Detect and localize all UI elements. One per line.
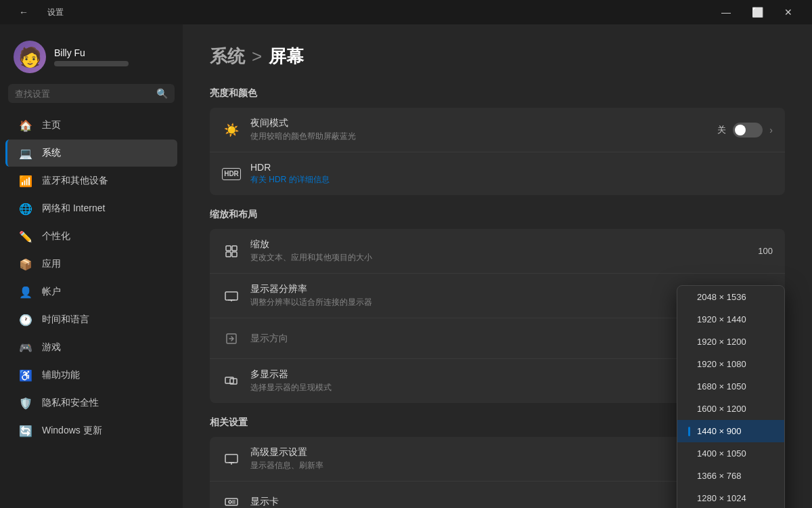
- resolution-option[interactable]: 1920 × 1440: [677, 308, 784, 331]
- scale-subtitle: 更改文本、应用和其他项目的大小: [250, 252, 748, 263]
- privacy-icon: 🛡️: [19, 396, 32, 410]
- close-button[interactable]: ✕: [773, 0, 804, 24]
- selected-indicator: [688, 427, 690, 436]
- sidebar-label-accessibility: 辅助功能: [42, 369, 80, 381]
- minimize-button[interactable]: —: [710, 0, 742, 24]
- svg-point-14: [229, 501, 231, 503]
- section-scale-title: 缩放和布局: [210, 209, 785, 221]
- section-brightness-title: 亮度和颜色: [210, 87, 785, 100]
- sidebar-label-bluetooth: 蓝牙和其他设备: [42, 175, 108, 187]
- user-info: Billy Fu: [54, 47, 129, 66]
- resolution-option[interactable]: 2048 × 1536: [677, 286, 784, 308]
- sidebar-label-privacy: 隐私和安全性: [42, 397, 99, 409]
- user-name: Billy Fu: [54, 47, 129, 58]
- night-mode-row: ☀️ 夜间模式 使用较暗的颜色帮助屏蔽蓝光 关 ›: [210, 108, 785, 152]
- sidebar-item-system[interactable]: 💻 系统: [5, 140, 177, 167]
- hdr-subtitle[interactable]: 有关 HDR 的详细信息: [250, 174, 773, 186]
- maximize-button[interactable]: ⬜: [742, 0, 773, 24]
- sidebar: 🧑 Billy Fu 🔍 🏠 主页 💻 系统 📶 蓝牙和其他设备 🌐 网络和 I…: [0, 24, 183, 508]
- night-mode-text: 夜间模式 使用较暗的颜色帮助屏蔽蓝光: [250, 117, 708, 142]
- network-icon: 🌐: [19, 202, 32, 215]
- accounts-icon: 👤: [19, 285, 32, 299]
- user-section: 🧑 Billy Fu: [0, 35, 183, 84]
- system-icon: 💻: [19, 146, 32, 160]
- resolution-option[interactable]: 1680 × 1050: [677, 375, 784, 398]
- sidebar-label-accounts: 帐户: [42, 286, 61, 298]
- sidebar-item-apps[interactable]: 📦 应用: [5, 251, 177, 278]
- sidebar-item-accessibility[interactable]: ♿ 辅助功能: [5, 362, 177, 389]
- resolution-option[interactable]: 1920 × 1080: [677, 353, 784, 375]
- breadcrumb-separator: >: [252, 46, 262, 67]
- svg-rect-1: [232, 246, 237, 251]
- back-button[interactable]: ←: [8, 0, 39, 24]
- scale-value: 100: [758, 246, 773, 256]
- search-icon: 🔍: [156, 88, 168, 99]
- resolution-option[interactable]: 1600 × 1200: [677, 398, 784, 420]
- games-icon: 🎮: [19, 341, 32, 354]
- titlebar: ← 设置 — ⬜ ✕: [0, 0, 812, 24]
- search-box[interactable]: 🔍: [8, 84, 175, 103]
- toggle-knob: [735, 125, 746, 135]
- bluetooth-icon: 📶: [19, 174, 32, 188]
- sidebar-label-network: 网络和 Internet: [42, 203, 105, 215]
- night-mode-title: 夜间模式: [250, 117, 708, 129]
- scale-text: 缩放 更改文本、应用和其他项目的大小: [250, 238, 748, 263]
- avatar: 🧑: [14, 41, 46, 73]
- user-subtitle: [54, 61, 129, 66]
- sidebar-label-update: Windows 更新: [42, 425, 102, 437]
- personalization-icon: ✏️: [19, 230, 32, 243]
- resolution-option[interactable]: 1366 × 768: [677, 465, 784, 487]
- sidebar-label-games: 游戏: [42, 341, 61, 354]
- update-icon: 🔄: [19, 424, 32, 438]
- hdr-row: HDR HDR 有关 HDR 的详细信息: [210, 152, 785, 195]
- breadcrumb: 系统 > 屏幕: [210, 45, 785, 68]
- night-mode-chevron[interactable]: ›: [769, 125, 773, 135]
- sidebar-label-home: 主页: [42, 119, 61, 131]
- sidebar-item-time[interactable]: 🕐 时间和语言: [5, 306, 177, 333]
- titlebar-title: 设置: [47, 7, 64, 18]
- brightness-card: ☀️ 夜间模式 使用较暗的颜色帮助屏蔽蓝光 关 › HDR HDR: [210, 108, 785, 195]
- night-mode-icon: ☀️: [222, 121, 241, 140]
- scale-title: 缩放: [250, 238, 748, 251]
- sidebar-label-time: 时间和语言: [42, 314, 89, 326]
- sidebar-item-network[interactable]: 🌐 网络和 Internet: [5, 195, 177, 222]
- resolution-option[interactable]: 1440 × 900: [677, 420, 784, 442]
- sidebar-item-update[interactable]: 🔄 Windows 更新: [5, 417, 177, 444]
- sidebar-label-system: 系统: [42, 147, 61, 159]
- svg-rect-3: [232, 252, 237, 257]
- time-icon: 🕐: [19, 313, 32, 326]
- hdr-icon: HDR: [222, 168, 241, 180]
- sidebar-item-accounts[interactable]: 👤 帐户: [5, 278, 177, 305]
- sidebar-item-privacy[interactable]: 🛡️ 隐私和安全性: [5, 389, 177, 417]
- accessibility-icon: ♿: [19, 368, 32, 382]
- sidebar-item-games[interactable]: 🎮 游戏: [5, 334, 177, 361]
- titlebar-controls: — ⬜ ✕: [710, 0, 804, 24]
- sidebar-item-personalization[interactable]: ✏️ 个性化: [5, 223, 177, 250]
- resolution-option[interactable]: 1920 × 1200: [677, 331, 784, 353]
- hdr-text: HDR 有关 HDR 的详细信息: [250, 162, 773, 186]
- svg-rect-4: [225, 292, 238, 300]
- home-icon: 🏠: [19, 119, 32, 132]
- svg-rect-0: [226, 246, 231, 251]
- search-input[interactable]: [15, 89, 151, 99]
- scale-row: 缩放 更改文本、应用和其他项目的大小 100: [210, 229, 785, 274]
- scale-icon: [222, 242, 241, 261]
- svg-rect-2: [226, 252, 231, 257]
- night-mode-toggle[interactable]: [733, 123, 763, 137]
- sidebar-label-personalization: 个性化: [42, 230, 70, 242]
- resolution-dropdown[interactable]: 2048 × 15361920 × 14401920 × 12001920 × …: [677, 285, 785, 508]
- night-mode-control: 关 ›: [717, 123, 773, 137]
- main-content: 系统 > 屏幕 亮度和颜色 ☀️ 夜间模式 使用较暗的颜色帮助屏蔽蓝光 关 ›: [183, 24, 812, 508]
- graphics-card-icon: [222, 492, 241, 508]
- apps-icon: 📦: [19, 257, 32, 271]
- titlebar-left: ← 设置: [8, 0, 64, 24]
- resolution-option[interactable]: 1280 × 1024: [677, 487, 784, 508]
- hdr-title: HDR: [250, 162, 773, 173]
- nav-list: 🏠 主页 💻 系统 📶 蓝牙和其他设备 🌐 网络和 Internet ✏️ 个性…: [0, 111, 183, 497]
- breadcrumb-current: 屏幕: [269, 45, 304, 68]
- sidebar-item-home[interactable]: 🏠 主页: [5, 112, 177, 139]
- breadcrumb-parent[interactable]: 系统: [210, 45, 245, 68]
- advanced-display-icon: [222, 450, 241, 469]
- resolution-option[interactable]: 1400 × 1050: [677, 442, 784, 465]
- sidebar-item-bluetooth[interactable]: 📶 蓝牙和其他设备: [5, 167, 177, 194]
